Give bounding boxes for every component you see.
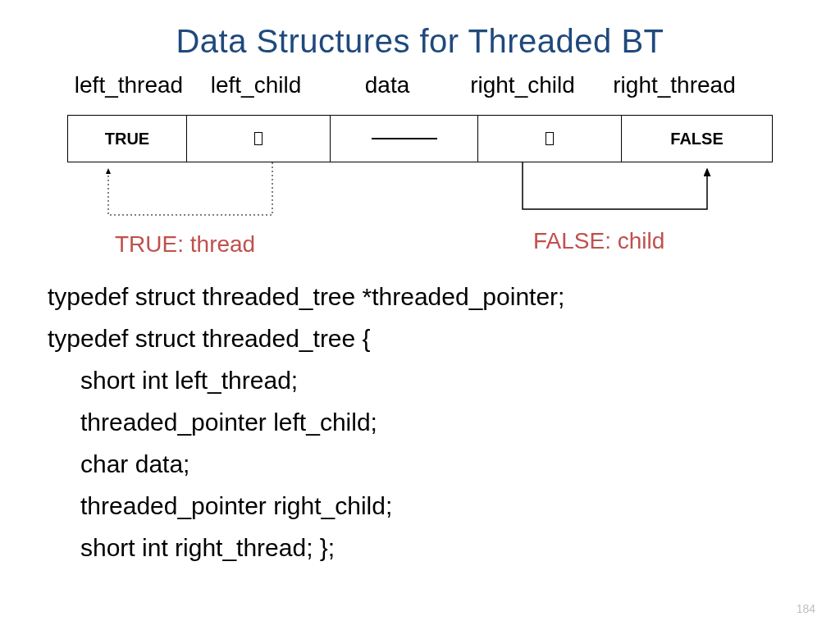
field-right-child: right_child (453, 72, 592, 98)
cell-left-thread: TRUE (68, 116, 187, 162)
field-right-thread: right_thread (592, 72, 756, 98)
code-line: threaded_pointer left_child; (48, 401, 564, 443)
code-line: typedef struct threaded_tree { (48, 317, 564, 359)
cell-data (331, 116, 478, 162)
code-line: typedef struct threaded_tree *threaded_p… (48, 276, 564, 317)
page-number: 184 (797, 602, 815, 615)
data-underline-icon (372, 138, 437, 139)
code-line: short int right_thread; }; (48, 527, 564, 568)
cell-left-child (187, 116, 331, 162)
code-line: threaded_pointer right_child; (48, 485, 564, 527)
annotation-false-child: FALSE: child (533, 228, 664, 254)
cell-right-thread: FALSE (622, 116, 772, 162)
node-struct-row: TRUE FALSE (67, 115, 773, 162)
pointer-box-icon (546, 132, 554, 145)
code-line: char data; (48, 443, 564, 485)
field-left-thread: left_thread (67, 72, 190, 98)
field-data: data (322, 72, 453, 98)
code-block: typedef struct threaded_tree *threaded_p… (48, 276, 564, 568)
pointer-box-icon (254, 132, 262, 145)
annotation-true-thread: TRUE: thread (115, 231, 255, 258)
field-left-child: left_child (190, 72, 322, 98)
field-header-row: left_thread left_child data right_child … (67, 72, 773, 98)
slide-title: Data Structures for Threaded BT (0, 0, 840, 60)
code-line: short int left_thread; (48, 359, 564, 401)
cell-right-child (478, 116, 622, 162)
